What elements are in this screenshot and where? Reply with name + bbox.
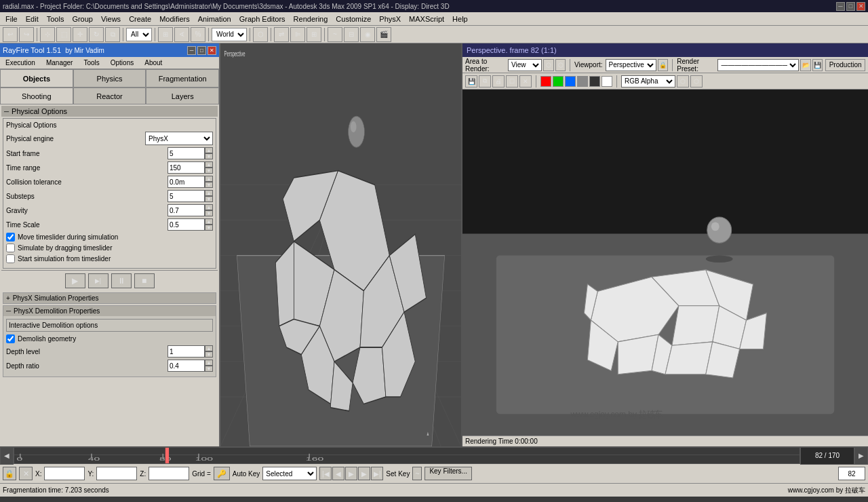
prev-frame-btn[interactable]: ◀	[332, 467, 344, 480]
time-range-input[interactable]: 150	[167, 161, 205, 174]
mirror-button[interactable]: ⇌	[274, 27, 289, 42]
y-input[interactable]	[96, 467, 137, 480]
gravity-up[interactable]: ▲	[205, 204, 213, 210]
z-input[interactable]	[149, 467, 189, 480]
play-button[interactable]: ▶	[65, 273, 85, 288]
timeline-track[interactable]: 0 40 80 100 160	[14, 447, 800, 464]
viewport-render-select[interactable]: Perspective	[606, 59, 657, 71]
skip-start-btn[interactable]: |◀	[319, 467, 332, 480]
menu-rendering[interactable]: Rendering	[290, 14, 332, 24]
close-button[interactable]: ✕	[856, 2, 865, 11]
play-status-btn[interactable]: ▶	[345, 467, 357, 480]
menu-customize[interactable]: Customize	[332, 14, 375, 24]
depth-level-input[interactable]: 1	[167, 345, 205, 358]
filter-dropdown[interactable]: All	[126, 28, 152, 41]
timeline-prev-btn[interactable]: ◀	[0, 447, 14, 465]
rf-menu-execution[interactable]: Execution	[0, 58, 41, 67]
demolish-checkbox[interactable]	[6, 334, 15, 343]
minimize-button[interactable]: ─	[836, 2, 845, 11]
named-sel-button[interactable]: ⬡	[253, 27, 268, 42]
depth-level-up[interactable]: ▲	[205, 345, 213, 351]
menu-help[interactable]: Help	[448, 14, 472, 24]
channel-select[interactable]: RGB Alpha	[621, 75, 675, 88]
angle-snap[interactable]: ∢	[174, 27, 189, 42]
color-green[interactable]	[553, 76, 564, 87]
depth-level-down[interactable]: ▼	[205, 351, 213, 358]
preset-select[interactable]: ——————————————	[717, 59, 799, 71]
collision-up[interactable]: ▲	[205, 176, 213, 182]
timescale-input[interactable]: 0.5	[167, 218, 205, 231]
depth-ratio-down[interactable]: ▼	[205, 366, 213, 372]
menu-group[interactable]: Group	[68, 14, 97, 24]
tab-objects[interactable]: Objects	[0, 69, 73, 87]
curve-editor-button[interactable]: ~	[328, 27, 342, 42]
preset-load-btn[interactable]: 📂	[800, 59, 810, 71]
timescale-up[interactable]: ▲	[205, 218, 213, 225]
rf-menu-manager[interactable]: Manager	[41, 58, 78, 67]
layer-manager-button[interactable]: ⊞	[307, 27, 321, 42]
channel-btn-1[interactable]: ⬡	[677, 75, 689, 88]
menu-tools[interactable]: Tools	[43, 14, 68, 24]
rf-maximize[interactable]: □	[197, 46, 206, 55]
x-marker-btn[interactable]: ✕	[19, 467, 33, 480]
production-btn[interactable]: Production	[825, 59, 865, 71]
align-button[interactable]: ⊫	[290, 27, 305, 42]
schematic-button[interactable]: ⊟	[344, 27, 359, 42]
print-img-btn[interactable]: 🖨	[492, 75, 505, 88]
depth-ratio-input[interactable]: 0.4	[167, 360, 205, 372]
engine-select[interactable]: PhysX	[145, 132, 213, 145]
tab-layers[interactable]: Layers	[146, 88, 219, 104]
physx-dem-header[interactable]: ─ PhysX Demolition Properties	[3, 306, 216, 316]
collision-input[interactable]: 0.0m	[167, 176, 205, 188]
select-region-button[interactable]: ⬚	[56, 27, 71, 42]
menu-animation[interactable]: Animation	[194, 14, 235, 24]
step-play-button[interactable]: ▶|	[88, 273, 108, 288]
menu-graph-editors[interactable]: Graph Editors	[235, 14, 290, 24]
menu-file[interactable]: File	[1, 14, 22, 24]
move-button[interactable]: ✛	[73, 27, 87, 42]
dragtimeslider-checkbox[interactable]	[6, 244, 15, 252]
tab-shooting[interactable]: Shooting	[0, 88, 73, 104]
clear-btn[interactable]: ☐	[506, 75, 518, 88]
viewport-3d[interactable]: Perspective ▲	[220, 43, 461, 446]
area-btn-1[interactable]: ⬡	[543, 59, 553, 71]
time-range-up[interactable]: ▲	[205, 161, 213, 168]
viewport-lock-btn[interactable]: 🔒	[658, 59, 668, 71]
color-red[interactable]	[540, 76, 551, 87]
substeps-input[interactable]: 5	[167, 190, 205, 202]
gravity-input[interactable]: 0.7	[167, 204, 205, 216]
rotate-button[interactable]: ↻	[89, 27, 104, 42]
startfromtimeslider-checkbox[interactable]	[6, 254, 15, 263]
area-select[interactable]: View	[508, 59, 542, 71]
rf-menu-tools[interactable]: Tools	[78, 58, 104, 67]
start-frame-down[interactable]: ▼	[205, 153, 213, 159]
color-dark[interactable]	[589, 76, 600, 87]
next-frame-btn[interactable]: ▶	[358, 467, 370, 480]
key-filters-btn[interactable]: Key Filters...	[425, 467, 472, 480]
snap-toggle[interactable]: ⊞	[158, 27, 173, 42]
tab-fragmentation[interactable]: Fragmentation	[146, 69, 219, 87]
menu-create[interactable]: Create	[125, 14, 155, 24]
maximize-button[interactable]: □	[846, 2, 855, 11]
menu-edit[interactable]: Edit	[22, 14, 43, 24]
scale-button[interactable]: ⧉	[105, 27, 120, 42]
menu-physx[interactable]: PhysX	[375, 14, 405, 24]
x-input[interactable]	[44, 467, 85, 480]
time-range-down[interactable]: ▼	[205, 168, 213, 174]
menu-views[interactable]: Views	[97, 14, 125, 24]
depth-ratio-up[interactable]: ▲	[205, 360, 213, 366]
key-curve-btn[interactable]: ~	[412, 467, 422, 480]
rf-menu-options[interactable]: Options	[105, 58, 139, 67]
collision-down[interactable]: ▼	[205, 182, 213, 188]
tab-reactor[interactable]: Reactor	[73, 88, 146, 104]
material-editor-button[interactable]: ◉	[360, 27, 375, 42]
pause-button[interactable]: ⏸	[111, 273, 132, 288]
menu-modifiers[interactable]: Modifiers	[155, 14, 194, 24]
percent-snap[interactable]: %	[191, 27, 205, 42]
physx-sim-header[interactable]: + PhysX Simulation Properties	[3, 293, 216, 303]
key-icon[interactable]: 🔑	[214, 467, 230, 480]
start-frame-up[interactable]: ▲	[205, 147, 213, 153]
tab-physics[interactable]: Physics	[73, 69, 146, 87]
physical-options-header[interactable]: ─ Physical Options	[1, 106, 218, 117]
render-scene-button[interactable]: 🎬	[376, 27, 391, 42]
